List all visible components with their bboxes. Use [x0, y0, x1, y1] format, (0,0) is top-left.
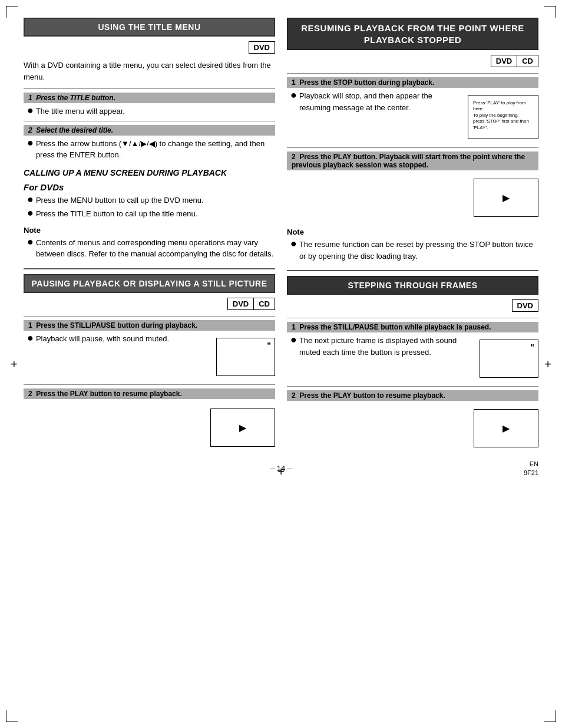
resuming-badges: DVD CD [287, 55, 538, 67]
crosshair-right: + [544, 357, 551, 371]
resume-step2-header: 2 Press the PLAY button. Playback will s… [287, 151, 538, 170]
divider-1 [24, 88, 275, 89]
dvd-badge: DVD [249, 41, 275, 54]
resuming-section: RESUMING PLAYBACK FROM THE POINT WHERE P… [287, 18, 538, 262]
pause-bullet-1: ● Playback will pause, with sound muted. [27, 333, 210, 345]
resuming-header: RESUMING PLAYBACK FROM THE POINT WHERE P… [287, 18, 538, 50]
calling-up-menu-heading: CALLING UP A MENU SCREEN DURING PLAYBACK [24, 168, 275, 177]
divider-resume-1 [287, 73, 538, 74]
page-code: EN 9F21 [524, 460, 538, 477]
crosshair-left: + [11, 357, 18, 371]
divider-pause-2 [24, 384, 275, 385]
stepping-bullet-1: ● The next picture frame is displayed wi… [290, 335, 474, 358]
title-menu-badges: DVD [24, 41, 275, 54]
corner-mark-tr [544, 6, 556, 18]
corner-mark-bl [6, 710, 18, 722]
stepping-section: STEPPING THROUGH FRAMES DVD 1 Press the … [287, 276, 538, 452]
resuming-cd-badge: CD [517, 55, 538, 67]
pausing-cd-badge: CD [254, 298, 275, 310]
title-menu-intro: With a DVD containing a title menu, you … [24, 60, 275, 83]
note-bullet-1: ● Contents of menus and corresponding me… [27, 237, 275, 260]
stepping-step2-screen-container: ▶ [287, 404, 538, 452]
pausing-badges: DVD CD [24, 298, 275, 310]
section-divider [24, 268, 275, 269]
stepping-step1-row: ● The next picture frame is displayed wi… [287, 335, 538, 383]
step2-header: 2 Select the desired title. [24, 125, 275, 136]
page: + + USING THE TITLE MENU DVD With a DVD … [0, 0, 562, 728]
resume-bullet-1: ● Playback will stop, and then appear th… [290, 90, 462, 113]
pausing-section: PAUSING PLAYBACK OR DISPLAYING A STILL P… [24, 274, 275, 452]
resume-step1-header: 1 Press the STOP button during playback. [287, 77, 538, 88]
pause-step2-screen: ▶ [24, 404, 275, 452]
note-bullet-resume: ● The resume function can be reset by pr… [290, 239, 538, 262]
corner-mark-br [544, 710, 556, 722]
dvd-bullet-1: ● Press the MENU button to call up the D… [27, 195, 275, 206]
pause-screen-1: " [216, 338, 275, 376]
divider-resume-2 [287, 147, 538, 148]
for-dvds-heading: For DVDs [24, 182, 275, 192]
resume-screen-1: Press 'PLAY' to play from here. To play … [468, 95, 538, 139]
stepping-step1-header: 1 Press the STILL/PAUSE button while pla… [287, 322, 538, 332]
stepping-screen-1: " [480, 340, 538, 378]
divider-step-2 [287, 386, 538, 387]
stepping-screen-2: ▶ [474, 409, 538, 447]
page-footer: – 14 – + EN 9F21 [24, 464, 538, 473]
resume-screen-2: ▶ [474, 179, 538, 217]
stepping-dvd-badge: DVD [512, 299, 538, 312]
stepping-step2-header: 2 Press the PLAY button to resume playba… [287, 390, 538, 401]
divider-pause-1 [24, 316, 275, 317]
note-label-resume: Note [287, 228, 538, 236]
crosshair-bottom: + [277, 465, 285, 479]
resume-step1-row: ● Playback will stop, and then appear th… [287, 90, 538, 144]
corner-mark-tl [6, 6, 18, 18]
step1-bullet: ● The title menu will appear. [27, 106, 275, 117]
stepping-header: STEPPING THROUGH FRAMES [287, 276, 538, 295]
pause-step1-header: 1 Press the STILL/PAUSE button during pl… [24, 320, 275, 331]
pausing-dvd-badge: DVD [227, 298, 254, 310]
pause-screen-2: ▶ [210, 409, 275, 447]
left-column: USING THE TITLE MENU DVD With a DVD cont… [24, 18, 275, 452]
pause-step1-row: ● Playback will pause, with sound muted.… [24, 333, 275, 381]
resume-screen-text: Press 'PLAY' to play from here. To play … [471, 98, 535, 133]
note-label-1: Note [24, 226, 275, 235]
divider-step-1 [287, 318, 538, 318]
pause-step2-header: 2 Press the PLAY button to resume playba… [24, 388, 275, 399]
pausing-header: PAUSING PLAYBACK OR DISPLAYING A STILL P… [24, 274, 275, 293]
step1-header: 1 Press the TITLE button. [24, 93, 275, 103]
divider-2 [24, 121, 275, 121]
title-menu-header: USING THE TITLE MENU [24, 18, 275, 37]
stepping-badges: DVD [287, 299, 538, 312]
step2-bullet: ● Press the arrow buttons (▼/▲/▶/◀) to c… [27, 138, 275, 161]
resuming-dvd-badge: DVD [491, 55, 517, 67]
title-menu-section: USING THE TITLE MENU DVD With a DVD cont… [24, 18, 275, 260]
dvd-bullet-2: ● Press the TITLE button to call up the … [27, 208, 275, 220]
resume-step2-screen-container: ▶ [287, 174, 538, 222]
main-content: USING THE TITLE MENU DVD With a DVD cont… [24, 18, 538, 452]
section-divider-right [287, 270, 538, 271]
right-column: RESUMING PLAYBACK FROM THE POINT WHERE P… [287, 18, 538, 452]
